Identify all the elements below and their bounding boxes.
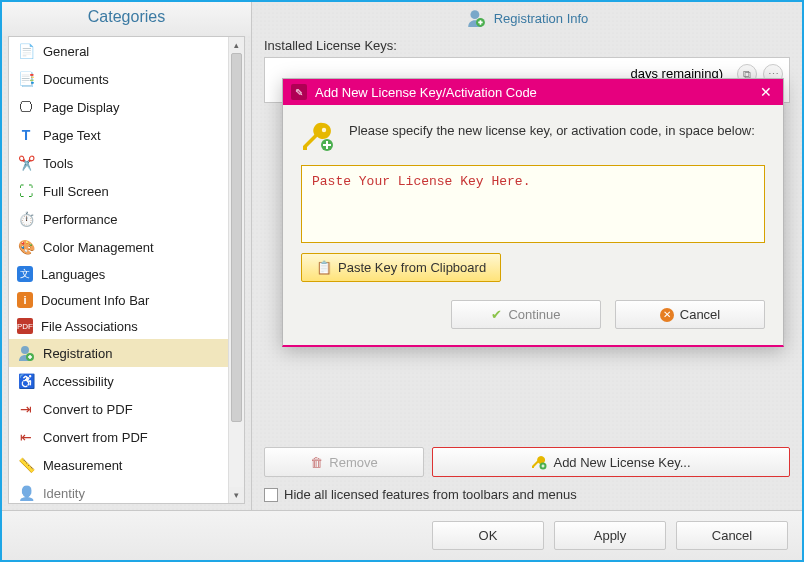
- sidebar-item-doc-info-bar[interactable]: iDocument Info Bar: [9, 287, 244, 313]
- sidebar-item-label: Documents: [43, 72, 109, 87]
- apply-label: Apply: [594, 528, 627, 543]
- sidebar-item-tools[interactable]: ✂️Tools: [9, 149, 244, 177]
- sidebar-item-label: Accessibility: [43, 374, 114, 389]
- trash-icon: 🗑: [310, 455, 323, 470]
- sidebar-item-label: Document Info Bar: [41, 293, 149, 308]
- sidebar-scrollbar[interactable]: ▴ ▾: [228, 37, 244, 503]
- sidebar-item-page-display[interactable]: 🖵Page Display: [9, 93, 244, 121]
- continue-label: Continue: [508, 307, 560, 322]
- scroll-thumb[interactable]: [231, 53, 242, 422]
- accessibility-icon: ♿: [17, 372, 35, 390]
- modal-close-button[interactable]: ✕: [757, 83, 775, 101]
- svg-point-5: [322, 128, 326, 132]
- add-license-label: Add New License Key...: [553, 455, 690, 470]
- key-icon: [301, 119, 335, 153]
- cancel-label: Cancel: [712, 528, 752, 543]
- tools-icon: ✂️: [17, 154, 35, 172]
- remove-button[interactable]: 🗑 Remove: [264, 447, 424, 477]
- sidebar-item-color-management[interactable]: 🎨Color Management: [9, 233, 244, 261]
- clipboard-icon: 📋: [316, 260, 332, 275]
- content-title: Registration Info: [494, 11, 589, 26]
- sidebar-item-label: Full Screen: [43, 184, 109, 199]
- sidebar-item-label: Registration: [43, 346, 112, 361]
- category-list: 📄General 📑Documents 🖵Page Display TPage …: [8, 36, 245, 504]
- remove-label: Remove: [329, 455, 377, 470]
- modal-titlebar[interactable]: ✎ Add New License Key/Activation Code ✕: [283, 79, 783, 105]
- sidebar-item-general[interactable]: 📄General: [9, 37, 244, 65]
- sidebar-item-label: Measurement: [43, 458, 122, 473]
- modal-title-icon: ✎: [291, 84, 307, 100]
- license-key-input[interactable]: Paste Your License Key Here.: [301, 165, 765, 243]
- sidebar-item-label: Page Display: [43, 100, 120, 115]
- cancel-button[interactable]: Cancel: [676, 521, 788, 550]
- scroll-down-icon[interactable]: ▾: [229, 487, 244, 503]
- sidebar-item-label: Languages: [41, 267, 105, 282]
- sidebar-item-label: Tools: [43, 156, 73, 171]
- sidebar-item-registration[interactable]: Registration: [9, 339, 244, 367]
- check-icon: ✔: [491, 307, 502, 322]
- identity-icon: 👤: [17, 484, 35, 502]
- convert-to-pdf-icon: ⇥: [17, 400, 35, 418]
- modal-cancel-button[interactable]: ✕ Cancel: [615, 300, 765, 329]
- scroll-track[interactable]: [229, 53, 244, 487]
- ok-button[interactable]: OK: [432, 521, 544, 550]
- sidebar-item-file-associations[interactable]: PDFFile Associations: [9, 313, 244, 339]
- sidebar-item-languages[interactable]: 文Languages: [9, 261, 244, 287]
- dialog-footer: OK Apply Cancel: [2, 510, 802, 560]
- add-license-key-button[interactable]: Add New License Key...: [432, 447, 790, 477]
- sidebar-item-identity[interactable]: 👤Identity: [9, 479, 244, 503]
- paste-from-clipboard-button[interactable]: 📋 Paste Key from Clipboard: [301, 253, 501, 282]
- continue-button[interactable]: ✔ Continue: [451, 300, 601, 329]
- sidebar-item-label: Color Management: [43, 240, 154, 255]
- sidebar-item-label: Page Text: [43, 128, 101, 143]
- sidebar-item-convert-from-pdf[interactable]: ⇤Convert from PDF: [9, 423, 244, 451]
- color-icon: 🎨: [17, 238, 35, 256]
- add-license-modal: ✎ Add New License Key/Activation Code ✕ …: [282, 78, 784, 347]
- measurement-icon: 📏: [17, 456, 35, 474]
- sidebar-item-convert-to-pdf[interactable]: ⇥Convert to PDF: [9, 395, 244, 423]
- ok-label: OK: [479, 528, 498, 543]
- sidebar-item-measurement[interactable]: 📏Measurement: [9, 451, 244, 479]
- registration-icon: [17, 344, 35, 362]
- info-icon: i: [17, 292, 33, 308]
- svg-point-0: [21, 346, 29, 354]
- fullscreen-icon: ⛶: [17, 182, 35, 200]
- sidebar-item-label: Convert to PDF: [43, 402, 133, 417]
- hide-features-label: Hide all licensed features from toolbars…: [284, 487, 577, 502]
- modal-title-text: Add New License Key/Activation Code: [315, 85, 537, 100]
- sidebar: Categories 📄General 📑Documents 🖵Page Dis…: [2, 2, 252, 510]
- sidebar-item-label: Convert from PDF: [43, 430, 148, 445]
- page-display-icon: 🖵: [17, 98, 35, 116]
- sidebar-header: Categories: [2, 2, 251, 36]
- sidebar-item-full-screen[interactable]: ⛶Full Screen: [9, 177, 244, 205]
- paste-label: Paste Key from Clipboard: [338, 260, 486, 275]
- gear-page-icon: 📄: [17, 42, 35, 60]
- convert-from-pdf-icon: ⇤: [17, 428, 35, 446]
- page-text-icon: T: [17, 126, 35, 144]
- sidebar-item-label: Identity: [43, 486, 85, 501]
- apply-button[interactable]: Apply: [554, 521, 666, 550]
- documents-icon: 📑: [17, 70, 35, 88]
- modal-cancel-label: Cancel: [680, 307, 720, 322]
- cancel-icon: ✕: [660, 308, 674, 322]
- sidebar-item-label: General: [43, 44, 89, 59]
- content-header: Registration Info: [264, 2, 790, 38]
- modal-message: Please specify the new license key, or a…: [349, 119, 755, 153]
- sidebar-item-documents[interactable]: 📑Documents: [9, 65, 244, 93]
- languages-icon: 文: [17, 266, 33, 282]
- performance-icon: ⏱️: [17, 210, 35, 228]
- installed-keys-label: Installed License Keys:: [264, 38, 790, 53]
- sidebar-item-page-text[interactable]: TPage Text: [9, 121, 244, 149]
- sidebar-item-accessibility[interactable]: ♿Accessibility: [9, 367, 244, 395]
- key-add-icon: [531, 454, 547, 470]
- sidebar-item-label: File Associations: [41, 319, 138, 334]
- file-assoc-icon: PDF: [17, 318, 33, 334]
- svg-point-2: [470, 10, 479, 19]
- registration-header-icon: [466, 8, 486, 28]
- hide-features-checkbox[interactable]: [264, 488, 278, 502]
- sidebar-item-performance[interactable]: ⏱️Performance: [9, 205, 244, 233]
- scroll-up-icon[interactable]: ▴: [229, 37, 244, 53]
- sidebar-item-label: Performance: [43, 212, 117, 227]
